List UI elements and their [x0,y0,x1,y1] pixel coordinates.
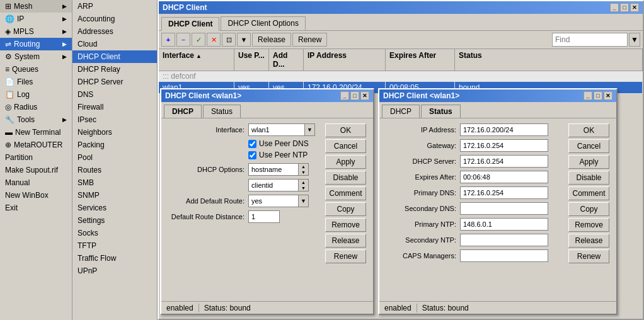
maximize-button[interactable]: □ [620,3,629,12]
dialog2-apply-button[interactable]: Apply [568,155,609,169]
dialog1-comment-button[interactable]: Comment [325,186,366,200]
sidebar-item-tools[interactable]: 🔧 Tools ▶ [0,113,72,126]
tab-dhcp-client[interactable]: DHCP Client [161,17,219,31]
dialog1-release-button[interactable]: Release [325,234,366,248]
sidebar2-item-socks[interactable]: Socks [72,227,157,239]
close-button[interactable]: ✕ [630,3,639,12]
dialog1-close-button[interactable]: ✕ [360,91,369,100]
sidebar-item-metarouter[interactable]: ⊕ MetaROUTER [0,139,72,151]
renew-button[interactable]: Renew [292,33,327,47]
dialog1-remove-button[interactable]: Remove [325,218,366,232]
sidebar-item-system[interactable]: ⚙ System ▶ [0,50,72,63]
sidebar-item-exit[interactable]: Exit [0,202,72,214]
copy-button[interactable]: ⊡ [222,33,236,47]
dialog2-release-button[interactable]: Release [568,234,609,248]
add-default-route-dropdown[interactable]: ▼ [299,195,309,207]
dialog2-close-button[interactable]: ✕ [604,91,612,100]
sidebar-item-ip[interactable]: 🌐 IP ▶ [0,13,72,25]
sidebar2-item-packing[interactable]: Packing [72,139,157,151]
sidebar2-item-arp[interactable]: ARP [72,0,157,13]
find-dropdown[interactable]: ▼ [629,33,640,47]
remove-button[interactable]: − [176,33,190,47]
arrow-icon: ▶ [62,41,67,47]
dhcp-options-input2[interactable] [248,179,299,191]
dialog2-cancel-button[interactable]: Cancel [568,139,609,153]
interface-input[interactable] [248,123,305,136]
default-route-distance-input[interactable] [248,210,280,223]
sidebar2-item-dhcp-client[interactable]: DHCP Client [72,50,157,63]
dialog2-tab-status[interactable]: Status [421,105,461,118]
x-button[interactable]: ✕ [207,33,221,47]
sidebar2-item-ipsec[interactable]: IPsec [72,113,157,126]
dialog2-tab-dhcp[interactable]: DHCP [382,105,420,118]
sidebar2-item-firewall[interactable]: Firewall [72,101,157,113]
sidebar2-item-snmp[interactable]: SNMP [72,189,157,202]
dialog1-renew-button[interactable]: Renew [325,249,366,263]
dialog2-ok-button[interactable]: OK [568,123,609,137]
options-spin1[interactable]: ▲ ▼ [299,163,309,176]
dialog2-minimize-button[interactable]: _ [584,91,592,100]
sidebar2-item-cloud[interactable]: Cloud [72,38,157,50]
interface-dropdown[interactable]: ▼ [305,123,315,136]
use-peer-dns-checkbox[interactable] [248,140,256,148]
dialog1-apply-button[interactable]: Apply [325,155,366,169]
sidebar2-item-addresses[interactable]: Addresses [72,25,157,38]
sidebar-item-routing[interactable]: ⇌ Routing ▶ [0,38,72,50]
sidebar-item-new-terminal[interactable]: ▬ New Terminal [0,126,72,139]
sidebar2-item-accounting[interactable]: Accounting [72,13,157,25]
dialog1-disable-button[interactable]: Disable [325,171,366,185]
spin-down-icon: ▼ [299,185,308,191]
sidebar-item-partition[interactable]: Partition [0,151,72,164]
sidebar2-item-tftp[interactable]: TFTP [72,239,157,252]
dialog2-maximize-button[interactable]: □ [594,91,602,100]
tab-dhcp-client-options[interactable]: DHCP Client Options [221,16,306,30]
dialog1-cancel-button[interactable]: Cancel [325,139,366,153]
sidebar2-item-neighbors[interactable]: Neighbors [72,126,157,139]
minimize-button[interactable]: _ [610,3,619,12]
release-button[interactable]: Release [252,33,291,47]
options-spin2[interactable]: ▲ ▼ [299,179,309,191]
sidebar-item-mesh[interactable]: ⊞ Mesh ▶ [0,0,72,13]
interface-field: ▼ [248,123,315,136]
dialog1-ok-button[interactable]: OK [325,123,366,137]
sidebar-item-make-supout[interactable]: Make Supout.rif [0,164,72,176]
use-peer-ntp-checkbox[interactable] [248,151,256,159]
ip-address-display [460,123,548,136]
add-button[interactable]: + [161,33,175,47]
add-default-route-input[interactable] [248,195,299,207]
dhcp-options-field1: ▲ ▼ [248,163,309,176]
dialog2-renew-button[interactable]: Renew [568,249,609,263]
dialog1-tab-dhcp[interactable]: DHCP [164,105,202,118]
dialog1-copy-button[interactable]: Copy [325,202,366,216]
dialog2-comment-button[interactable]: Comment [568,186,609,200]
dialog1-maximize-button[interactable]: □ [350,91,359,100]
tools-icon: 🔧 [5,115,14,124]
spin-up-icon: ▲ [299,164,308,169]
sidebar-item-queues[interactable]: ≡ Queues [0,63,72,76]
dialog1-minimize-button[interactable]: _ [340,91,349,100]
sidebar-item-log[interactable]: 📋 Log [0,88,72,101]
sidebar2-item-dhcp-server[interactable]: DHCP Server [72,76,157,88]
sidebar2-item-dns[interactable]: DNS [72,88,157,101]
sidebar-item-new-winbox[interactable]: New WinBox [0,189,72,202]
sidebar2-item-traffic-flow[interactable]: Traffic Flow [72,252,157,265]
sidebar-item-manual[interactable]: Manual [0,176,72,189]
dhcp-options-input1[interactable] [248,163,299,176]
sidebar2-item-pool[interactable]: Pool [72,151,157,164]
sidebar2-item-services[interactable]: Services [72,202,157,214]
sidebar-item-mpls[interactable]: ◈ MPLS ▶ [0,25,72,38]
dialog2-remove-button[interactable]: Remove [568,218,609,232]
sidebar-item-files[interactable]: 📄 Files [0,76,72,88]
check-button[interactable]: ✓ [192,33,205,47]
sidebar-item-radius[interactable]: ◎ Radius [0,101,72,113]
dialog1-tab-status[interactable]: Status [203,105,241,118]
sidebar2-item-smb[interactable]: SMB [72,176,157,189]
sidebar2-item-dhcp-relay[interactable]: DHCP Relay [72,63,157,76]
filter-button[interactable]: ▼ [237,33,251,47]
sidebar2-item-upnp[interactable]: UPnP [72,265,157,277]
dialog2-disable-button[interactable]: Disable [568,171,609,185]
sidebar2-item-settings[interactable]: Settings [72,214,157,227]
dialog2-copy-button[interactable]: Copy [568,202,609,216]
find-input[interactable] [552,33,628,47]
sidebar2-item-routes[interactable]: Routes [72,164,157,176]
